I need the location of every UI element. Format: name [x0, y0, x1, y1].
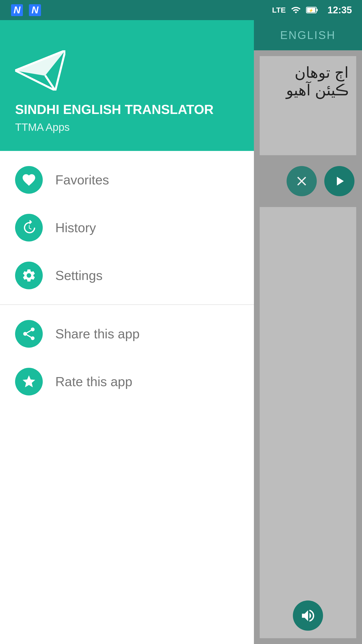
notification-icon-2: N — [29, 4, 41, 16]
volume-button-container — [293, 600, 323, 631]
drawer-header: SINDHI ENGLISH TRANSLATOR TTMA Apps — [0, 20, 254, 151]
close-icon — [294, 174, 309, 189]
translation-output-box — [259, 206, 357, 639]
volume-button[interactable] — [293, 600, 323, 631]
share-icon — [21, 326, 36, 341]
sindhi-input-box[interactable]: اڄ توهان ڪيئن آهيو — [259, 55, 357, 156]
main-panel: ENGLISH اڄ توهان ڪيئن آهيو — [254, 20, 362, 644]
gear-icon — [21, 268, 36, 283]
menu-item-history[interactable]: History — [0, 204, 254, 252]
language-label: ENGLISH — [280, 29, 336, 42]
rate-icon-circle — [15, 368, 43, 395]
action-buttons-row — [254, 161, 362, 201]
settings-icon-circle — [15, 262, 43, 289]
svg-rect-1 — [316, 9, 318, 11]
share-label: Share this app — [55, 326, 140, 341]
time-display: 12:35 — [328, 5, 352, 16]
clock-icon — [21, 220, 36, 235]
menu-item-rate[interactable]: Rate this app — [0, 358, 254, 406]
history-label: History — [55, 220, 96, 235]
app-developer: TTMA Apps — [15, 121, 239, 133]
status-bar: N N LTE ⚡ 12:35 — [0, 0, 362, 20]
share-icon-circle — [15, 320, 43, 348]
translate-button[interactable] — [324, 166, 354, 196]
signal-icon — [291, 5, 301, 15]
favorites-icon-circle — [15, 166, 43, 194]
rate-label: Rate this app — [55, 374, 132, 389]
app-logo-container — [15, 50, 239, 92]
drawer-menu: Favorites History Settings — [0, 151, 254, 644]
favorites-label: Favorites — [55, 172, 109, 187]
star-icon — [21, 374, 36, 389]
language-header: ENGLISH — [254, 20, 362, 50]
translation-area: اڄ توهان ڪيئن آهيو — [254, 50, 362, 644]
settings-label: Settings — [55, 268, 103, 283]
app-title: SINDHI ENGLISH TRANSLATOR — [15, 102, 239, 117]
play-icon — [332, 174, 347, 189]
svg-text:⚡: ⚡ — [309, 8, 313, 13]
menu-item-share[interactable]: Share this app — [0, 310, 254, 358]
history-icon-circle — [15, 214, 43, 242]
menu-divider — [0, 304, 254, 305]
clear-button[interactable] — [287, 166, 317, 196]
navigation-drawer: SINDHI ENGLISH TRANSLATOR TTMA Apps Favo… — [0, 20, 254, 644]
app-logo — [15, 50, 65, 91]
notification-icon-1: N — [11, 4, 23, 16]
volume-icon — [300, 608, 316, 624]
menu-item-settings[interactable]: Settings — [0, 252, 254, 299]
lte-indicator: LTE — [272, 6, 286, 14]
menu-item-favorites[interactable]: Favorites — [0, 156, 254, 204]
heart-icon — [21, 172, 36, 187]
status-icons-right: LTE ⚡ 12:35 — [272, 5, 352, 16]
notification-icons: N N — [10, 4, 42, 16]
battery-icon: ⚡ — [306, 5, 319, 15]
sindhi-text-content: اڄ توهان ڪيئن آهيو — [267, 64, 349, 99]
